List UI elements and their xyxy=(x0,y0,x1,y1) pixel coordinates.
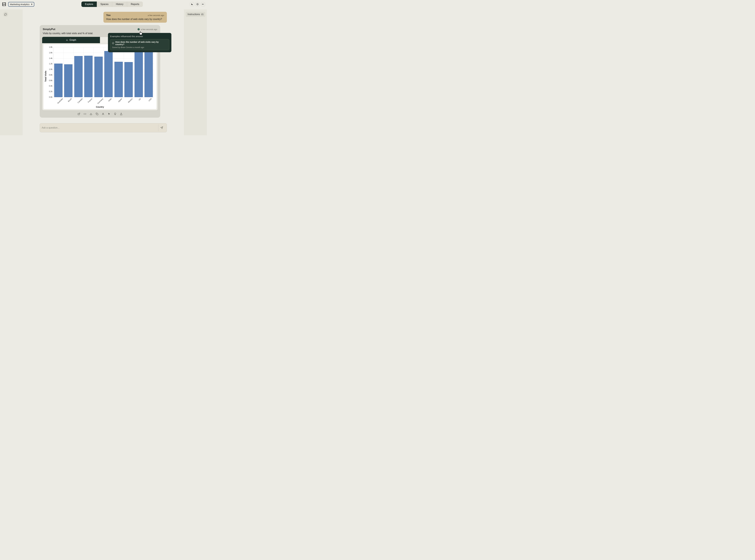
tab-spaces[interactable]: Spaces xyxy=(97,1,112,7)
tooltip-question: How does the number of web visits vary b… xyxy=(115,41,167,46)
sliders-icon xyxy=(201,13,204,16)
space-selector[interactable]: Marketing Analytics ▲▼ xyxy=(8,2,34,7)
bar[interactable] xyxy=(64,64,73,97)
updown-icon: ▲▼ xyxy=(31,3,33,5)
bar[interactable] xyxy=(115,62,123,97)
y-tick: 1.8k xyxy=(49,46,53,48)
code-icon[interactable] xyxy=(83,113,86,115)
bar[interactable] xyxy=(84,56,93,97)
tooltip-saved-meta: Saved by Brian Cervino a month ago xyxy=(112,46,167,48)
bar[interactable] xyxy=(104,51,113,97)
y-tick: 0.6k xyxy=(49,79,53,82)
new-chat-button[interactable] xyxy=(3,12,8,17)
svg-point-22 xyxy=(112,42,114,44)
bar[interactable] xyxy=(54,64,62,97)
bar[interactable] xyxy=(144,48,153,97)
right-sidebar: Instructions xyxy=(184,9,207,135)
x-tick: India xyxy=(108,98,112,102)
assistant-time: a few seconds ago xyxy=(141,28,157,31)
x-tick: Germany xyxy=(97,98,104,104)
user-msg-time: a few seconds ago xyxy=(148,14,164,17)
question-input-placeholder: Ask a question... xyxy=(42,126,158,129)
user-msg-body: How does the number of web visits vary b… xyxy=(106,18,164,21)
y-tick: 1.4k xyxy=(49,57,53,59)
x-tick: Brazil xyxy=(67,98,72,102)
x-tick: USA xyxy=(148,98,152,102)
x-axis-label: Country xyxy=(96,106,104,108)
user-message: You a few seconds ago How does the numbe… xyxy=(103,12,167,23)
chart: Total Visits 0.0k0.2k0.4k0.6k0.8k1.0k1.2… xyxy=(43,44,157,109)
examples-tooltip: Examples influenced this answer How does… xyxy=(108,33,171,52)
svg-line-18 xyxy=(79,113,80,114)
instructions-label: Instructions xyxy=(187,13,200,16)
tab-explore[interactable]: Explore xyxy=(81,1,97,7)
x-tick: UK xyxy=(138,98,142,101)
bar[interactable] xyxy=(135,51,143,97)
question-input-bar[interactable]: Ask a question... xyxy=(40,123,167,132)
bar[interactable] xyxy=(74,56,83,97)
y-tick: 1.0k xyxy=(49,68,53,71)
bar[interactable] xyxy=(124,62,133,97)
y-tick: 0.0k xyxy=(49,96,53,98)
y-tick: 0.8k xyxy=(49,74,53,76)
tab-graph-label: Graph xyxy=(69,39,76,41)
cursor-icon[interactable] xyxy=(108,113,110,115)
left-sidebar xyxy=(0,9,23,135)
logo[interactable] xyxy=(2,2,6,6)
instructions-button[interactable]: Instructions xyxy=(186,12,205,17)
open-external-icon[interactable] xyxy=(78,113,80,115)
download-icon[interactable] xyxy=(89,113,92,115)
chart-icon xyxy=(66,39,68,41)
x-tick: Mexico xyxy=(127,98,133,103)
check-circle-icon xyxy=(112,42,114,44)
space-selector-label: Marketing Analytics xyxy=(10,3,29,5)
x-tick: Canada xyxy=(77,98,83,104)
user-icon[interactable] xyxy=(102,113,104,115)
tooltip-title: Examples influenced this answer xyxy=(110,35,169,38)
lightbulb-icon[interactable] xyxy=(114,113,117,115)
tab-graph[interactable]: Graph xyxy=(42,37,100,43)
x-tick: Australia xyxy=(57,98,63,104)
svg-rect-20 xyxy=(97,114,98,115)
x-tick: Japan xyxy=(118,98,122,103)
user-name: You xyxy=(106,14,110,17)
bar[interactable] xyxy=(94,57,103,97)
settings-button[interactable] xyxy=(196,2,200,6)
tab-reports[interactable]: Reports xyxy=(127,1,143,7)
nav-tabs: Explore Spaces History Reports xyxy=(81,1,143,7)
verified-badge-icon[interactable]: ✓ xyxy=(138,28,140,31)
svg-point-21 xyxy=(103,113,103,114)
tooltip-example-card[interactable]: How does the number of web visits vary b… xyxy=(110,39,169,50)
dark-mode-button[interactable] xyxy=(190,2,194,6)
x-tick: France xyxy=(87,98,93,103)
y-tick: 0.4k xyxy=(49,85,53,87)
tab-history[interactable]: History xyxy=(112,1,127,7)
y-tick: 1.2k xyxy=(49,63,53,65)
main-content: You a few seconds ago How does the numbe… xyxy=(23,9,184,135)
svg-point-0 xyxy=(197,4,198,4)
y-tick: 0.2k xyxy=(49,91,53,93)
send-button[interactable] xyxy=(158,124,165,131)
y-tick: 1.6k xyxy=(49,52,53,54)
avatar[interactable]: BC xyxy=(201,2,205,6)
assistant-name: SimplyPut xyxy=(43,28,55,31)
copy-icon[interactable] xyxy=(96,113,98,115)
y-axis-label: Total Visits xyxy=(44,71,47,82)
flask-icon[interactable] xyxy=(120,113,122,115)
